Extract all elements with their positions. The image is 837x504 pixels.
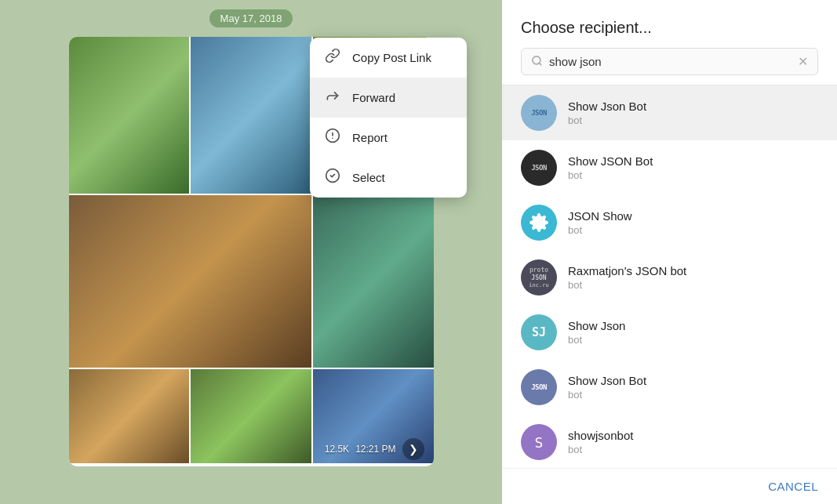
share-button[interactable]: ❯ xyxy=(402,438,424,460)
panel-footer: CANCEL xyxy=(502,468,837,504)
recipient-name: Show Json Bot xyxy=(568,374,818,387)
report-icon xyxy=(324,128,341,147)
recipient-name: Show Json xyxy=(568,319,818,332)
photo-cell xyxy=(191,37,311,194)
recipient-info: Show Json Bot bot xyxy=(568,100,818,126)
forward-label: Forward xyxy=(352,91,395,104)
recipient-sub: bot xyxy=(568,444,818,455)
menu-item-copy-link[interactable]: Copy Post Link xyxy=(310,38,467,78)
recipient-item[interactable]: JSON Show Json Bot bot xyxy=(502,360,837,415)
recipient-sub: bot xyxy=(568,389,818,401)
avatar xyxy=(521,205,557,241)
search-clear-button[interactable]: ✕ xyxy=(798,54,808,69)
photo-cell xyxy=(69,37,190,194)
menu-item-report[interactable]: Report xyxy=(310,118,467,158)
avatar: JSON xyxy=(521,95,557,131)
timestamp: 12:21 PM xyxy=(355,444,395,455)
recipient-item[interactable]: JSON Show JSON Bot bot xyxy=(502,140,837,195)
photo-cell xyxy=(69,369,190,463)
recipient-item[interactable]: SJ Show Json bot xyxy=(502,305,837,360)
cancel-button[interactable]: CANCEL xyxy=(768,480,818,493)
context-menu: Copy Post Link Forward Report Selec xyxy=(310,38,467,198)
report-label: Report xyxy=(352,131,388,144)
search-input[interactable] xyxy=(549,55,792,68)
recipient-list: JSON Show Json Bot bot JSON Show JSON Bo… xyxy=(502,85,837,468)
avatar: JSON xyxy=(521,369,557,405)
copy-link-label: Copy Post Link xyxy=(352,51,431,64)
recipient-info: Raxmatjon's JSON bot bot xyxy=(568,264,818,291)
recipient-item[interactable]: S showjsonbot bot xyxy=(502,415,837,468)
svg-point-4 xyxy=(533,56,540,63)
recipient-name: Show JSON Bot xyxy=(568,154,818,168)
photo-count: 12.5K xyxy=(325,444,349,455)
recipient-sub: bot xyxy=(568,334,818,346)
recipient-name: JSON Show xyxy=(568,209,818,223)
collage-footer: 12.5K 12:21 PM ❯ xyxy=(325,438,424,460)
avatar: SJ xyxy=(521,314,557,350)
svg-line-5 xyxy=(539,63,541,65)
avatar: proto JSON inc.ru xyxy=(521,259,557,296)
recipient-panel: Choose recipient... ✕ JSON Show Json Bot… xyxy=(502,0,837,504)
recipient-info: Show JSON Bot bot xyxy=(568,154,818,181)
recipient-name: Show Json Bot xyxy=(568,100,818,113)
forward-icon xyxy=(324,88,341,107)
panel-header: Choose recipient... ✕ xyxy=(502,0,837,85)
recipient-item[interactable]: JSON Show Json Bot bot xyxy=(502,85,837,140)
recipient-sub: bot xyxy=(568,114,818,126)
recipient-item[interactable]: proto JSON inc.ru Raxmatjon's JSON bot b… xyxy=(502,250,837,305)
recipient-name: Raxmatjon's JSON bot xyxy=(568,264,818,277)
recipient-name: showjsonbot xyxy=(568,429,818,442)
recipient-item[interactable]: JSON Show bot xyxy=(502,195,837,250)
select-icon xyxy=(324,168,341,187)
menu-item-select[interactable]: Select xyxy=(310,158,467,198)
copy-link-icon xyxy=(324,48,341,67)
recipient-info: Show Json bot xyxy=(568,319,818,346)
photo-cell xyxy=(69,195,311,368)
recipient-sub: bot xyxy=(568,169,818,181)
recipient-info: Show Json Bot bot xyxy=(568,374,818,401)
search-icon xyxy=(531,55,543,69)
panel-title: Choose recipient... xyxy=(521,19,818,37)
date-badge: May 17, 2018 xyxy=(209,9,293,27)
select-label: Select xyxy=(352,171,385,184)
avatar: S xyxy=(521,424,557,460)
photo-cell xyxy=(313,195,434,368)
photo-cell xyxy=(191,369,311,463)
recipient-info: showjsonbot bot xyxy=(568,429,818,455)
menu-item-forward[interactable]: Forward xyxy=(310,78,467,118)
search-bar: ✕ xyxy=(521,48,818,75)
recipient-info: JSON Show bot xyxy=(568,209,818,236)
recipient-sub: bot xyxy=(568,224,818,236)
recipient-sub: bot xyxy=(568,279,818,291)
avatar: JSON xyxy=(521,150,557,186)
